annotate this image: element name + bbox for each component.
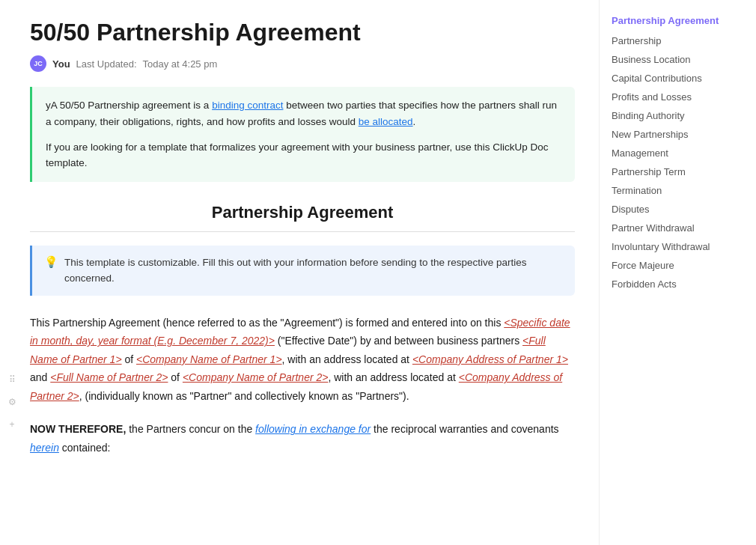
note-box: 💡 This template is customizable. Fill th…: [30, 246, 575, 296]
partner2-link[interactable]: <Full Name of Partner 2>: [50, 371, 168, 383]
address1-link[interactable]: <Company Address of Partner 1>: [412, 353, 568, 365]
toc-item-capital-contributions[interactable]: Capital Contributions: [612, 73, 744, 84]
section-heading: Partnership Agreement: [30, 203, 575, 222]
note-icon: 💡: [44, 255, 58, 269]
toc-item-partnership[interactable]: Partnership: [612, 35, 744, 46]
toc-item-disputes[interactable]: Disputes: [612, 204, 744, 215]
meta-updated-time: Today at 4:25 pm: [143, 58, 218, 70]
meta-author: You: [52, 58, 70, 70]
toc-item-forbidden-acts[interactable]: Forbidden Acts: [612, 278, 744, 290]
left-gutter: ⠿ ⚙ +: [0, 0, 24, 545]
sidebar-toc: Partnership Agreement PartnershipBusines…: [599, 0, 756, 545]
note-text: This template is customizable. Fill this…: [64, 255, 563, 287]
toc-item-new-partnerships[interactable]: New Partnerships: [612, 129, 744, 140]
toc-item-partnership-term[interactable]: Partnership Term: [612, 166, 744, 177]
add-icon[interactable]: +: [9, 419, 14, 430]
info-para-1: yA 50/50 Partnership agreement is a bind…: [46, 97, 561, 130]
be-allocated-link[interactable]: be allocated: [359, 116, 413, 127]
toc-item-involuntary-withdrawal[interactable]: Involuntary Withdrawal: [612, 241, 744, 252]
toc-item-binding-authority[interactable]: Binding Authority: [612, 110, 744, 121]
meta-updated-label: Last Updated:: [76, 58, 137, 70]
toc-item-force-majeure[interactable]: Force Majeure: [612, 260, 744, 271]
toc-list: PartnershipBusiness LocationCapital Cont…: [612, 35, 744, 290]
now-therefore-bold: NOW THEREFORE,: [30, 423, 126, 435]
body-paragraph-2: NOW THEREFORE, the Partners concur on th…: [30, 420, 575, 457]
toc-title: Partnership Agreement: [612, 15, 744, 26]
avatar: JC: [30, 55, 46, 72]
info-para-2: If you are looking for a template that f…: [46, 139, 561, 171]
toc-item-management[interactable]: Management: [612, 147, 744, 159]
binding-contract-link[interactable]: binding contract: [212, 100, 283, 111]
toc-item-profits-and-losses[interactable]: Profits and Losses: [612, 91, 744, 103]
settings-icon[interactable]: ⚙: [8, 397, 16, 407]
info-box: yA 50/50 Partnership agreement is a bind…: [30, 87, 575, 181]
following-link[interactable]: following in exchange for: [255, 423, 371, 435]
page-title: 50/50 Partnership Agreement: [30, 18, 575, 46]
company1-link[interactable]: <Company Name of Partner 1>: [136, 353, 282, 365]
drag-icon[interactable]: ⠿: [9, 374, 16, 385]
herein-link[interactable]: herein: [30, 442, 59, 454]
company2-link[interactable]: <Company Name of Partner 2>: [183, 371, 329, 383]
section-divider: [30, 231, 575, 232]
meta-row: JC You Last Updated: Today at 4:25 pm: [30, 55, 575, 72]
toc-item-business-location[interactable]: Business Location: [612, 54, 744, 65]
main-content: 50/50 Partnership Agreement JC You Last …: [24, 0, 599, 545]
toc-item-termination[interactable]: Termination: [612, 185, 744, 196]
toc-item-partner-withdrawal[interactable]: Partner Withdrawal: [612, 222, 744, 234]
body-paragraph-1: This Partnership Agreement (hence referr…: [30, 314, 575, 406]
